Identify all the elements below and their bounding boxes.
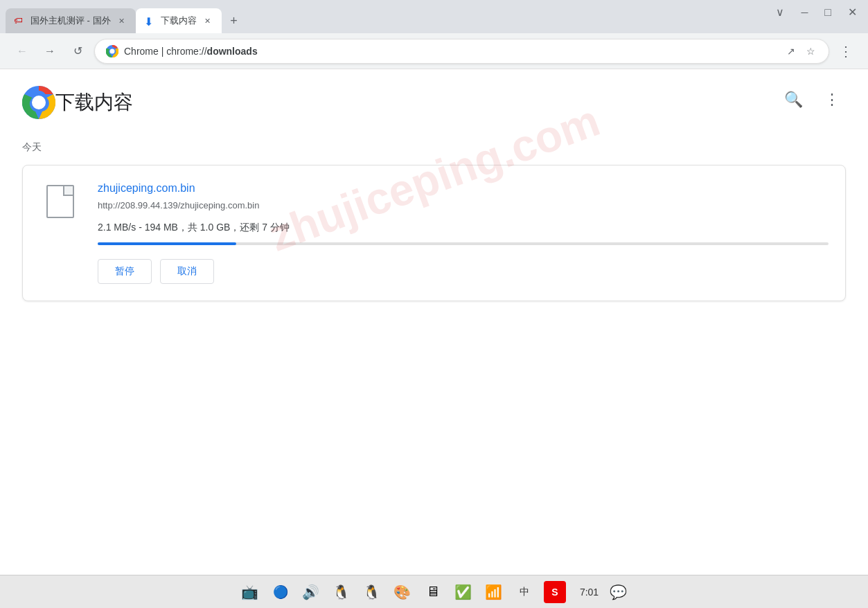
progress-bar-fill (98, 242, 236, 245)
taskbar-pixelmator-icon[interactable]: 🎨 (391, 581, 414, 603)
chrome-small-icon (106, 45, 118, 57)
taskbar-finder-icon[interactable]: 🖥 (422, 581, 444, 603)
download-status: 2.1 MB/s - 194 MB，共 1.0 GB，还剩 7 分钟 (98, 222, 829, 234)
svg-point-1 (110, 48, 115, 53)
taskbar-wifi-icon[interactable]: 📶 (483, 581, 505, 603)
search-icon: 🔍 (784, 91, 803, 109)
taskbar-sogou-icon[interactable]: S (544, 581, 566, 603)
input-method-label: 中 (520, 586, 529, 598)
tab-1-favicon: 🏷 (14, 15, 25, 26)
pause-button[interactable]: 暂停 (98, 259, 152, 284)
back-button[interactable]: ← (11, 40, 33, 62)
new-tab-button[interactable]: + (224, 11, 244, 30)
download-card: zhujiceping.com.bin http://208.99.44.139… (22, 165, 846, 301)
reload-button[interactable]: ↺ (67, 40, 89, 62)
search-button[interactable]: 🔍 (779, 86, 807, 114)
download-url: http://208.99.44.139/zhujiceping.com.bin (98, 200, 829, 211)
close-button[interactable]: ✕ (848, 6, 857, 19)
downloads-menu-button[interactable]: ⋮ (818, 86, 846, 114)
taskbar: 📺 🔵 🔊 🐧 🐧 🎨 🖥 ✅ 📶 中 S 7 (0, 575, 868, 608)
taskbar-screencast-icon[interactable]: 📺 (239, 581, 261, 603)
nav-bar: ← → ↺ Chrome | chrome://downloads ↗ ☆ (0, 33, 868, 69)
forward-button[interactable]: → (39, 40, 61, 62)
taskbar-time: 7:01 (580, 587, 599, 598)
share-button[interactable]: ↗ (784, 44, 798, 58)
address-actions: ↗ ☆ (784, 44, 817, 58)
header-actions: 🔍 ⋮ (779, 86, 846, 114)
taskbar-check-icon[interactable]: ✅ (452, 581, 475, 603)
page-header: 下载内容 🔍 ⋮ (0, 69, 868, 130)
tab-2[interactable]: ⬇ 下载内容 ✕ (136, 8, 222, 33)
maximize-button[interactable]: □ (824, 6, 831, 19)
taskbar-bluetooth-icon[interactable]: 🔵 (269, 581, 292, 603)
browser-menu-button[interactable]: ⋮ (835, 40, 857, 62)
address-text: Chrome | chrome://downloads (124, 46, 779, 57)
chevron-icon[interactable]: ∨ (776, 6, 784, 19)
download-details: zhujiceping.com.bin http://208.99.44.139… (98, 182, 829, 284)
taskbar-notification-icon[interactable]: 💬 (607, 581, 629, 603)
tab-1-close[interactable]: ✕ (116, 15, 127, 26)
bookmark-button[interactable]: ☆ (804, 44, 817, 58)
progress-bar-container (98, 242, 829, 245)
plus-icon: + (230, 14, 238, 28)
forward-icon: → (44, 45, 55, 57)
page-title: 下载内容 (55, 89, 133, 116)
cancel-button[interactable]: 取消 (160, 259, 214, 284)
browser-window: 🏷 国外主机测评 - 国外 ✕ ⬇ 下载内容 ✕ + ∨ ─ □ ✕ ← → (0, 0, 868, 608)
chrome-logo (22, 86, 55, 119)
address-separator: | chrome:// (161, 46, 207, 57)
tab-2-favicon: ⬇ (144, 15, 155, 26)
tab-1-title: 国外主机测评 - 国外 (30, 15, 111, 27)
window-controls: ∨ ─ □ ✕ (776, 6, 857, 19)
download-actions: 暂停 取消 (98, 259, 829, 284)
minimize-button[interactable]: ─ (801, 7, 808, 18)
taskbar-input-method-icon[interactable]: 中 (513, 581, 535, 603)
section-label: 今天 (22, 141, 846, 154)
taskbar-volume-icon[interactable]: 🔊 (300, 581, 322, 603)
back-icon: ← (17, 45, 28, 57)
download-filename[interactable]: zhujiceping.com.bin (98, 182, 829, 195)
reload-icon: ↺ (73, 44, 82, 57)
address-bold: downloads (207, 46, 258, 57)
address-bar[interactable]: Chrome | chrome://downloads ↗ ☆ (94, 39, 829, 64)
downloads-section: 今天 zhujiceping.com.bin http://208.99.44.… (0, 130, 868, 312)
file-icon (46, 185, 74, 218)
page-content: 下载内容 🔍 ⋮ zhujiceping.com 今天 (0, 69, 868, 575)
tab-bar: 🏷 国外主机测评 - 国外 ✕ ⬇ 下载内容 ✕ + ∨ ─ □ ✕ (0, 0, 868, 33)
download-icon-area (39, 182, 81, 284)
taskbar-qq1-icon[interactable]: 🐧 (330, 581, 353, 603)
taskbar-qq2-icon[interactable]: 🐧 (361, 581, 383, 603)
downloads-page: 下载内容 🔍 ⋮ zhujiceping.com 今天 (0, 69, 868, 575)
svg-point-4 (33, 97, 44, 108)
more-icon: ⋮ (839, 43, 853, 60)
more-vert-icon: ⋮ (824, 91, 840, 109)
tab-2-title: 下载内容 (161, 15, 197, 27)
tab-1[interactable]: 🏷 国外主机测评 - 国外 ✕ (6, 8, 136, 33)
address-prefix: Chrome (124, 46, 159, 57)
sogou-label: S (551, 587, 558, 598)
tab-2-close[interactable]: ✕ (202, 15, 213, 26)
